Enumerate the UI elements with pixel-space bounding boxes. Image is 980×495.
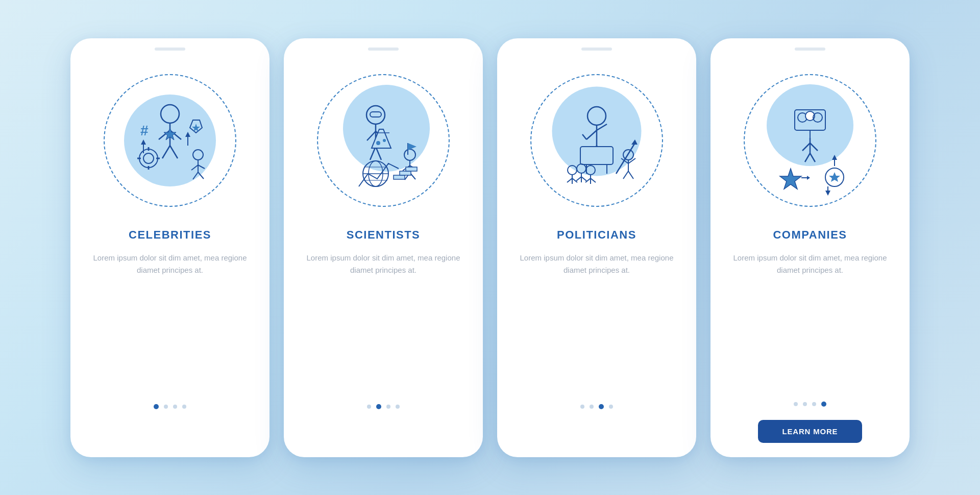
svg-line-53 xyxy=(586,130,597,139)
scientists-dots xyxy=(367,404,400,409)
dot-1 xyxy=(154,404,159,409)
svg-marker-91 xyxy=(780,169,801,189)
svg-marker-95 xyxy=(829,172,840,182)
politicians-title: POLITICIANS xyxy=(557,228,636,242)
dot-4 xyxy=(609,405,613,409)
companies-illustration xyxy=(733,64,887,217)
svg-marker-15 xyxy=(141,139,146,145)
scientists-body: Lorem ipsum dolor sit dim amet, mea regi… xyxy=(298,252,469,394)
svg-rect-26 xyxy=(370,112,381,117)
svg-point-73 xyxy=(577,164,586,173)
dot-2 xyxy=(376,404,381,409)
svg-line-5 xyxy=(170,146,178,158)
celebrities-title: CELEBRITIES xyxy=(129,228,211,242)
politicians-illustration xyxy=(520,64,673,217)
svg-marker-97 xyxy=(832,155,837,160)
svg-line-80 xyxy=(591,178,596,182)
celebrities-illustration: # xyxy=(93,64,247,217)
companies-svg xyxy=(749,79,871,202)
dot-1 xyxy=(367,405,371,409)
companies-dots xyxy=(794,402,826,407)
svg-line-28 xyxy=(367,131,376,140)
svg-point-69 xyxy=(568,166,577,175)
politicians-svg xyxy=(535,79,658,202)
svg-point-0 xyxy=(161,105,179,123)
svg-point-16 xyxy=(193,150,203,160)
dot-3 xyxy=(173,405,177,409)
dot-4 xyxy=(821,402,826,407)
dot-3 xyxy=(599,404,604,409)
svg-rect-50 xyxy=(406,167,417,171)
celebrities-svg: # xyxy=(109,79,231,202)
scientists-title: SCIENTISTS xyxy=(347,228,421,242)
card-companies: COMPANIES Lorem ipsum dolor sit dim amet… xyxy=(710,38,910,457)
svg-point-7 xyxy=(139,149,158,168)
svg-rect-48 xyxy=(394,175,405,179)
dot-4 xyxy=(396,405,400,409)
card-scientists: SCIENTISTS Lorem ipsum dolor sit dim ame… xyxy=(284,38,483,457)
svg-point-8 xyxy=(143,153,154,163)
svg-line-19 xyxy=(198,165,205,169)
svg-line-20 xyxy=(193,172,198,179)
svg-line-75 xyxy=(576,177,581,181)
politicians-body: Lorem ipsum dolor sit dim amet, mea regi… xyxy=(511,252,682,394)
svg-line-21 xyxy=(198,172,204,179)
learn-more-button[interactable]: LEARN MORE xyxy=(758,420,863,443)
dot-1 xyxy=(580,405,584,409)
svg-line-87 xyxy=(802,143,810,151)
svg-marker-62 xyxy=(631,139,638,145)
svg-text:#: # xyxy=(140,123,149,138)
card-politicians: POLITICIANS Lorem ipsum dolor sit dim am… xyxy=(497,38,696,457)
cards-container: # CELEBRITIES Lorem ipsum dolor sit xyxy=(50,18,930,478)
svg-line-76 xyxy=(581,177,586,181)
politicians-dots xyxy=(580,404,613,409)
svg-line-90 xyxy=(810,153,815,162)
companies-body: Lorem ipsum dolor sit dim amet, mea regi… xyxy=(725,252,895,391)
svg-line-68 xyxy=(628,171,633,179)
svg-line-71 xyxy=(567,178,572,182)
svg-line-89 xyxy=(805,153,810,162)
celebrities-body: Lorem ipsum dolor sit dim amet, mea regi… xyxy=(85,252,255,394)
svg-marker-99 xyxy=(825,191,830,196)
dot-3 xyxy=(386,405,390,409)
celebrities-dots xyxy=(154,404,186,409)
svg-line-54 xyxy=(582,134,586,139)
svg-line-66 xyxy=(628,158,635,163)
svg-point-77 xyxy=(586,166,595,175)
svg-line-4 xyxy=(162,146,170,158)
svg-line-18 xyxy=(191,165,198,170)
dot-1 xyxy=(794,402,798,406)
dot-4 xyxy=(182,405,186,409)
dot-2 xyxy=(803,402,807,406)
svg-line-67 xyxy=(623,171,628,179)
scientists-illustration xyxy=(307,64,460,217)
scientists-svg xyxy=(322,79,445,202)
svg-point-51 xyxy=(587,107,606,125)
svg-marker-93 xyxy=(807,176,810,180)
companies-title: COMPANIES xyxy=(773,228,847,242)
svg-line-88 xyxy=(810,143,818,151)
svg-point-40 xyxy=(404,149,415,160)
dot-2 xyxy=(164,405,168,409)
dot-2 xyxy=(590,405,594,409)
svg-rect-49 xyxy=(400,171,411,175)
svg-marker-24 xyxy=(185,132,190,137)
svg-point-34 xyxy=(383,139,386,142)
card-celebrities: # CELEBRITIES Lorem ipsum dolor sit xyxy=(70,38,270,457)
svg-point-33 xyxy=(376,141,380,145)
svg-rect-58 xyxy=(580,147,613,164)
dot-3 xyxy=(812,402,816,406)
